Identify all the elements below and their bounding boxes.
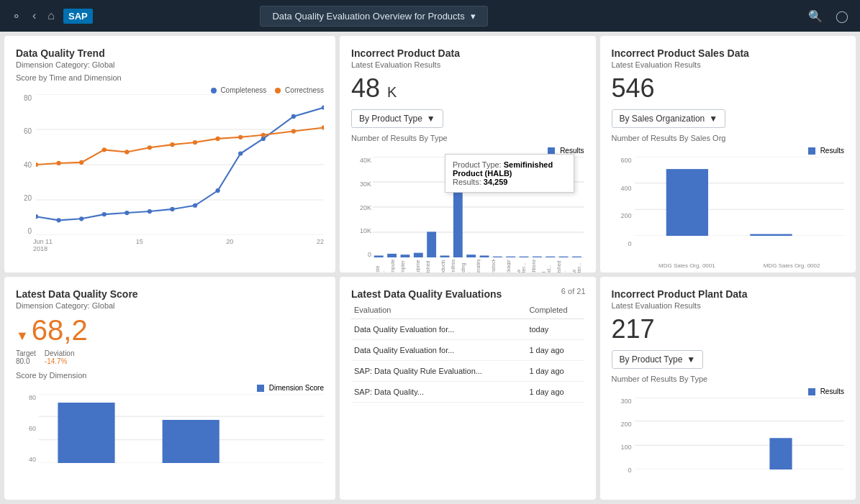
svg-point-22: [125, 150, 129, 154]
correctness-label: Correctness: [285, 86, 324, 94]
product-x-labels: Waste (A... Computer... Compter P... Equ…: [373, 260, 584, 272]
table-row: Data Quality Evaluation for... today: [351, 319, 584, 340]
svg-rect-44: [480, 255, 489, 257]
incorrect-sales-card: Incorrect Product Sales Data Latest Eval…: [600, 36, 856, 272]
svg-point-19: [56, 161, 60, 165]
incorrect-product-subtitle: Latest Evaluation Results: [351, 60, 584, 69]
score-dimension-chart: Dimension Score 806040: [16, 384, 324, 477]
incorrect-plant-card: Incorrect Product Plant Data Latest Eval…: [600, 277, 856, 500]
svg-rect-41: [440, 255, 450, 257]
trend-y-labels: 806040200: [16, 94, 32, 235]
sap-logo: SAP: [63, 9, 93, 24]
dimension-legend: Dimension Score: [257, 384, 324, 392]
product-y-labels: 40K30K20K10K0: [351, 157, 371, 258]
back-icon[interactable]: ‹: [30, 6, 39, 25]
svg-point-21: [102, 147, 107, 152]
incorrect-sales-subtitle: Latest Evaluation Results: [612, 60, 845, 69]
eval-cell: Data Quality Evaluation for...: [351, 340, 526, 361]
product-chart-legend: Results: [548, 147, 584, 155]
sales-legend-label: Results: [820, 147, 844, 155]
plant-type-dropdown[interactable]: By Product Type ▼: [612, 350, 704, 369]
score-display: ▼ 68,2: [16, 314, 324, 347]
completeness-legend: Completeness: [211, 86, 267, 94]
svg-rect-49: [546, 257, 555, 257]
dim-bar-svg: [39, 394, 324, 463]
nav-title-button[interactable]: Data Quality Evaluation Overview for Pro…: [260, 6, 487, 27]
incorrect-plant-value: 217: [612, 314, 845, 344]
score-deviation-label: Deviation: [45, 349, 75, 357]
top-nav: ⚬ ‹ ⌂ SAP Data Quality Evaluation Overvi…: [0, 0, 860, 32]
svg-point-17: [322, 105, 324, 109]
sales-org-dropdown[interactable]: By Sales Organization ▼: [612, 109, 726, 128]
svg-point-26: [215, 137, 219, 141]
svg-point-27: [238, 135, 243, 139]
svg-point-24: [170, 142, 174, 147]
dropdown-label: By Product Type: [359, 114, 422, 124]
completed-cell: 1 day ago: [526, 340, 584, 361]
incorrect-product-title: Incorrect Product Data: [351, 47, 584, 59]
svg-rect-37: [387, 254, 397, 257]
score-target-label: Target: [16, 349, 36, 357]
dashboard: Data Quality Trend Dimension Category: G…: [0, 32, 860, 504]
correctness-dot: [275, 88, 281, 93]
sales-chart-legend: Results: [808, 147, 844, 155]
svg-point-12: [193, 203, 197, 208]
table-row: Data Quality Evaluation for... 1 day ago: [351, 340, 584, 361]
user-avatar-icon[interactable]: ◯: [833, 6, 851, 26]
score-deviation: Deviation -14.7%: [45, 349, 75, 365]
trend-x-labels: Jun 112018152022: [33, 238, 324, 252]
results-legend-label: Results: [560, 147, 584, 155]
svg-rect-62: [58, 403, 114, 463]
svg-rect-40: [427, 232, 436, 257]
svg-point-11: [170, 207, 174, 211]
svg-rect-68: [769, 438, 792, 469]
eval-cell: SAP: Data Quality Rule Evaluation...: [351, 361, 526, 382]
product-bar-svg: [373, 157, 584, 257]
sales-x-labels: MDG Sales Org. 0001 MDG Sales Org. 0002: [635, 262, 845, 269]
svg-rect-63: [163, 420, 219, 463]
svg-point-16: [291, 114, 296, 119]
svg-point-7: [79, 216, 83, 221]
correctness-legend: Correctness: [275, 86, 324, 94]
evaluations-card: Latest Data Quality Evaluations 6 of 21 …: [340, 277, 596, 500]
evaluations-table: Evaluation Completed Data Quality Evalua…: [351, 301, 584, 403]
plant-dropdown-label: By Product Type: [620, 354, 683, 365]
sales-bar-svg: [635, 157, 845, 236]
svg-rect-43: [466, 255, 476, 257]
trend-card: Data Quality Trend Dimension Category: G…: [4, 36, 335, 272]
eval-cell: Data Quality Evaluation for...: [351, 319, 526, 340]
incorrect-product-card: Incorrect Product Data Latest Evaluation…: [340, 36, 596, 272]
svg-rect-42: [453, 171, 463, 257]
svg-point-29: [291, 129, 296, 133]
svg-rect-56: [666, 169, 707, 236]
dim-y-labels: 806040: [16, 394, 36, 463]
eval-cell: SAP: Data Quality...: [351, 382, 526, 403]
product-type-dropdown[interactable]: By Product Type ▼: [351, 109, 443, 128]
nav-right: 🔍 ◯: [805, 6, 851, 26]
search-icon[interactable]: 🔍: [805, 6, 825, 26]
svg-rect-57: [750, 234, 792, 236]
trend-section: Score by Time and Dimension: [16, 73, 324, 82]
incorrect-plant-title: Incorrect Product Plant Data: [612, 288, 845, 300]
svg-point-8: [102, 212, 107, 216]
dropdown-chevron-icon: ▼: [427, 114, 435, 124]
plant-chart-area: Results 3002001000: [612, 388, 845, 488]
user-icon[interactable]: ⚬: [9, 6, 24, 26]
plant-results-section: Number of Results By Type: [612, 375, 845, 383]
dim-legend-rect: [257, 385, 264, 392]
incorrect-product-chart-area: Results 40K30K20K10K0: [351, 147, 584, 272]
incorrect-sales-title: Incorrect Product Sales Data: [612, 47, 845, 59]
score-meta: Target 80.0 Deviation -14.7%: [16, 349, 324, 365]
evaluations-title: Latest Data Quality Evaluations: [351, 288, 584, 300]
svg-point-23: [148, 145, 152, 150]
svg-point-14: [238, 151, 243, 155]
home-icon[interactable]: ⌂: [45, 6, 58, 25]
eval-col-header: Evaluation: [351, 301, 526, 319]
incorrect-sales-value: 546: [612, 73, 845, 104]
trend-subtitle: Dimension Category: Global: [16, 60, 324, 69]
completeness-dot: [211, 88, 217, 93]
sales-y-labels: 6004002000: [612, 157, 632, 247]
svg-point-10: [148, 209, 152, 214]
eval-count: 6 of 21: [561, 287, 586, 295]
table-row: SAP: Data Quality... 1 day ago: [351, 382, 584, 403]
